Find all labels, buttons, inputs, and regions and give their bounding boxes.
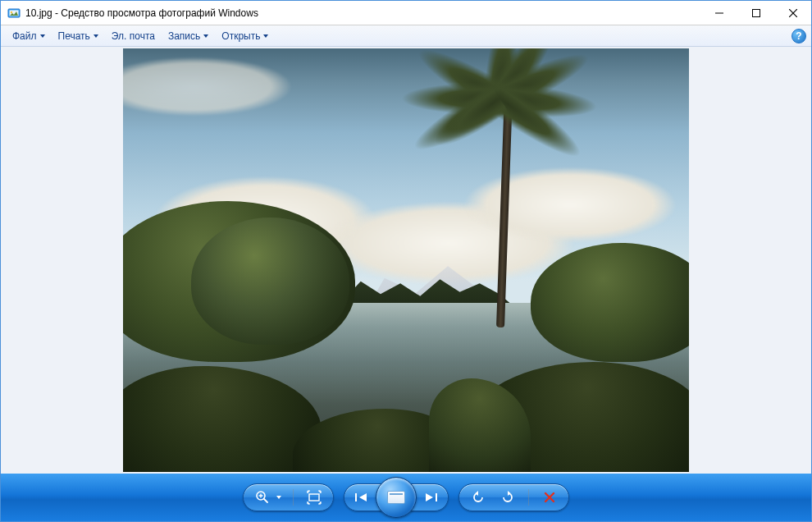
- menu-email[interactable]: Эл. почта: [105, 28, 162, 44]
- slideshow-button[interactable]: [376, 477, 417, 518]
- maximize-button[interactable]: [737, 1, 774, 25]
- svg-rect-12: [355, 493, 357, 501]
- control-bar: [1, 474, 811, 521]
- menu-open-label: Открыть: [221, 30, 260, 42]
- titlebar: 10.jpg - Средство просмотра фотографий W…: [1, 1, 811, 25]
- previous-button[interactable]: [344, 483, 379, 511]
- menu-burn-label: Запись: [168, 30, 200, 42]
- window-title: 10.jpg - Средство просмотра фотографий W…: [25, 7, 700, 19]
- next-button[interactable]: [413, 483, 448, 511]
- rotate-ccw-button[interactable]: [469, 488, 487, 506]
- close-button[interactable]: [774, 1, 811, 25]
- menu-file[interactable]: Файл: [6, 28, 52, 44]
- delete-button[interactable]: [541, 488, 559, 506]
- chevron-down-icon: [276, 496, 281, 499]
- rotate-group: [458, 483, 569, 511]
- menu-print-label: Печать: [58, 30, 90, 42]
- displayed-image: [123, 48, 689, 472]
- svg-line-8: [264, 499, 267, 502]
- rotate-cw-button[interactable]: [499, 488, 517, 506]
- help-button[interactable]: ?: [791, 29, 806, 44]
- chevron-down-icon: [203, 34, 208, 38]
- menubar: Файл Печать Эл. почта Запись Открыть ?: [1, 25, 811, 47]
- image-viewport[interactable]: [1, 47, 811, 474]
- menu-open[interactable]: Открыть: [215, 28, 275, 44]
- svg-rect-13: [436, 493, 437, 501]
- menu-print[interactable]: Печать: [52, 28, 105, 44]
- slideshow-icon: [387, 491, 405, 504]
- zoom-button[interactable]: [253, 488, 271, 506]
- fit-button[interactable]: [305, 488, 323, 506]
- chevron-down-icon: [94, 34, 98, 38]
- minimize-button[interactable]: [700, 1, 737, 25]
- chevron-down-icon: [40, 34, 45, 38]
- app-icon: [7, 7, 21, 20]
- svg-rect-4: [752, 9, 760, 16]
- chevron-down-icon: [263, 34, 268, 38]
- menu-email-label: Эл. почта: [112, 30, 155, 42]
- zoom-group: [243, 483, 334, 511]
- window-controls: [700, 1, 811, 25]
- menu-file-label: Файл: [12, 30, 37, 42]
- svg-point-2: [11, 11, 12, 12]
- svg-rect-11: [309, 494, 319, 501]
- navigation-group: [344, 483, 449, 511]
- menu-burn[interactable]: Запись: [162, 28, 215, 44]
